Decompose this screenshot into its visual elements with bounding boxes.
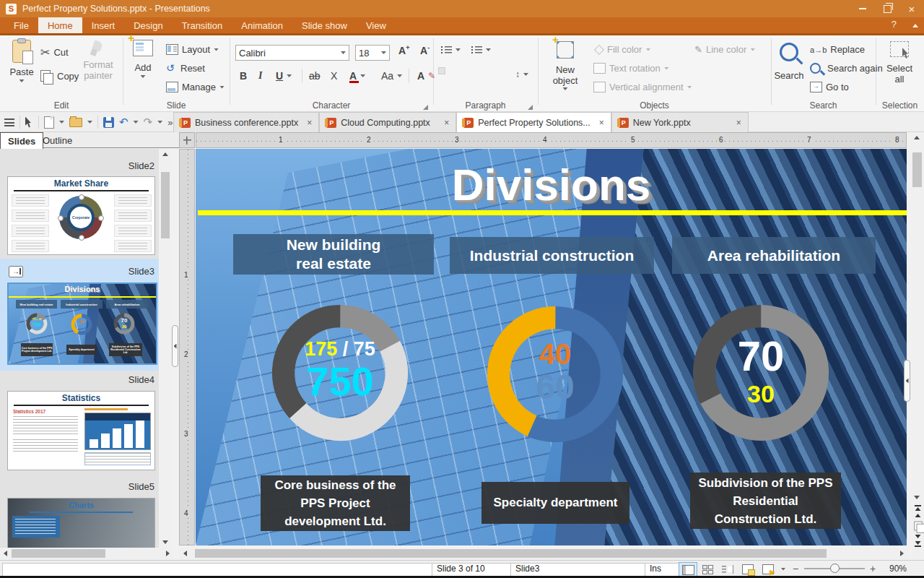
undo-dropdown[interactable] <box>134 121 139 124</box>
main-hscroll-thumb[interactable] <box>195 549 827 558</box>
first-slide-button[interactable] <box>915 507 921 511</box>
hamburger-menu-icon[interactable] <box>4 118 14 126</box>
menu-tab-insert[interactable]: Insert <box>82 17 125 33</box>
header-box-3[interactable]: Area rehabilitation <box>672 237 876 274</box>
scroll-left-icon[interactable] <box>183 551 187 556</box>
slide-name-field[interactable]: Slide3 <box>510 563 652 577</box>
minimize-button[interactable] <box>850 0 875 17</box>
slide-title[interactable]: Divisions <box>196 159 907 210</box>
scroll-right-icon[interactable] <box>166 551 170 556</box>
bullet-list-button[interactable] <box>440 46 461 54</box>
collapse-ribbon-button[interactable] <box>912 19 918 30</box>
slide-sorter-button[interactable] <box>699 562 716 576</box>
close-tab-icon[interactable]: × <box>440 118 449 128</box>
menu-tab-transition[interactable]: Transition <box>173 17 232 33</box>
redo-dropdown[interactable] <box>157 121 162 124</box>
donut-chart-2[interactable]: 40 60 <box>484 303 626 445</box>
align-left-button[interactable] <box>438 67 445 74</box>
outline-view-button[interactable] <box>719 562 736 576</box>
manage-button[interactable]: Manage <box>166 82 225 92</box>
goto-button[interactable]: Go to <box>810 82 849 92</box>
vertical-alignment-button[interactable]: Vertical alignment <box>593 82 692 92</box>
scroll-up-icon[interactable] <box>162 152 168 156</box>
slideshow-button[interactable] <box>759 562 777 576</box>
toolbar-overflow-icon[interactable]: » <box>167 117 173 128</box>
open-file-icon[interactable] <box>69 118 82 127</box>
doc-tab-cloud-computing-pptx[interactable]: PCloud Computing.pptx× <box>319 112 456 132</box>
new-object-button[interactable]: New object <box>546 41 585 90</box>
main-vertical-scrollbar[interactable] <box>911 132 923 502</box>
line-color-button[interactable]: ✎Line color <box>694 44 755 55</box>
help-button[interactable]: ? <box>892 19 897 30</box>
browse-object-button[interactable] <box>914 522 922 531</box>
copy-button[interactable]: Copy <box>40 70 79 82</box>
slide3-transition-icon[interactable]: → <box>9 266 23 277</box>
new-document-dropdown[interactable] <box>59 121 64 124</box>
zoom-out-button[interactable]: − <box>793 563 798 574</box>
sidebar-hscroll-thumb[interactable] <box>12 549 105 558</box>
notes-view-button[interactable] <box>739 562 757 576</box>
slide4-thumbnail[interactable]: Statistics Statistics 2017 <box>7 391 155 470</box>
next-slide-button[interactable] <box>915 535 921 538</box>
layout-button[interactable]: Layout <box>166 44 219 55</box>
slide-counter-field[interactable]: Slide 3 of 10 <box>432 563 518 577</box>
tab-outline[interactable]: Outline <box>35 132 79 148</box>
menu-tab-design[interactable]: Design <box>124 17 172 33</box>
scroll-down-icon[interactable] <box>162 540 168 544</box>
slide3-thumbnail[interactable]: Divisions New building real estate Indus… <box>7 282 157 365</box>
yellow-divider-line[interactable] <box>198 210 907 215</box>
italic-button[interactable]: I <box>258 70 262 82</box>
paragraph-dialog-launcher[interactable] <box>528 105 533 110</box>
scroll-left-icon[interactable] <box>4 551 7 556</box>
underline-button[interactable]: U <box>276 70 292 82</box>
zoom-percent[interactable]: 90% <box>882 564 907 574</box>
header-box-1[interactable]: New buildingreal estate <box>233 234 434 275</box>
touch-mode-icon[interactable] <box>25 117 33 128</box>
replace-button[interactable]: a→bReplace <box>810 44 865 55</box>
new-document-icon[interactable] <box>44 116 54 129</box>
open-file-dropdown[interactable] <box>87 121 92 124</box>
ruler-origin-button[interactable] <box>179 132 195 148</box>
redo-icon[interactable]: ↷ <box>144 117 153 127</box>
panel-collapse-handle-right[interactable] <box>904 360 910 402</box>
reset-button[interactable]: ↺Reset <box>166 63 205 74</box>
doc-tab-perfect-property-solutions[interactable]: PPerfect Property Solutions...× <box>456 112 611 132</box>
header-box-2[interactable]: Industrial construction <box>450 237 654 274</box>
sidebar-scroll-thumb[interactable] <box>161 172 170 238</box>
paste-button[interactable]: Paste <box>6 40 38 82</box>
text-rotation-button[interactable]: Text rotation <box>593 63 669 74</box>
font-size-combo[interactable]: 18 <box>355 45 390 61</box>
menu-tab-file[interactable]: File <box>4 17 38 33</box>
scroll-up-icon[interactable] <box>914 136 920 139</box>
doc-tab-business-conference-pptx[interactable]: PBusiness conference.pptx× <box>173 112 319 132</box>
restore-button[interactable] <box>875 0 899 17</box>
numbered-list-button[interactable] <box>471 46 491 54</box>
grow-font-button[interactable]: A+ <box>398 44 409 56</box>
close-tab-icon[interactable]: × <box>302 118 312 128</box>
donut-chart-3[interactable]: 70 30 <box>690 302 832 444</box>
strikethrough-button[interactable]: ab <box>309 70 321 82</box>
last-slide-button[interactable] <box>915 541 921 545</box>
save-icon[interactable] <box>103 117 114 128</box>
character-dialog-launcher[interactable] <box>423 105 428 110</box>
subscript-button[interactable]: X <box>331 70 337 82</box>
main-horizontal-scrollbar[interactable] <box>179 548 908 559</box>
scroll-right-icon[interactable] <box>900 551 904 556</box>
search-again-button[interactable]: Search again <box>810 63 883 74</box>
font-color-button[interactable]: A <box>349 70 365 82</box>
character-formatting-button[interactable]: A✎ <box>417 70 435 82</box>
line-spacing-button[interactable]: ↕ <box>515 69 528 79</box>
close-tab-icon[interactable]: × <box>595 118 604 128</box>
search-button[interactable]: Search <box>774 43 804 81</box>
menu-tab-animation[interactable]: Animation <box>232 17 292 33</box>
sidebar-vertical-scrollbar[interactable] <box>160 149 171 548</box>
zoom-slider-knob[interactable] <box>830 564 840 573</box>
previous-slide-button[interactable] <box>915 514 921 517</box>
close-button[interactable]: × <box>899 0 924 17</box>
footer-box-3[interactable]: Subdivision of the PPSResidentialConstru… <box>690 473 841 529</box>
footer-box-2[interactable]: Specialty department <box>481 482 629 524</box>
add-slide-button[interactable]: Add <box>127 40 159 78</box>
cut-button[interactable]: ✂Cut <box>40 46 69 59</box>
slide-canvas[interactable]: Divisions New buildingreal estate Indust… <box>196 149 907 545</box>
format-painter-button[interactable]: Format painter <box>77 40 120 81</box>
